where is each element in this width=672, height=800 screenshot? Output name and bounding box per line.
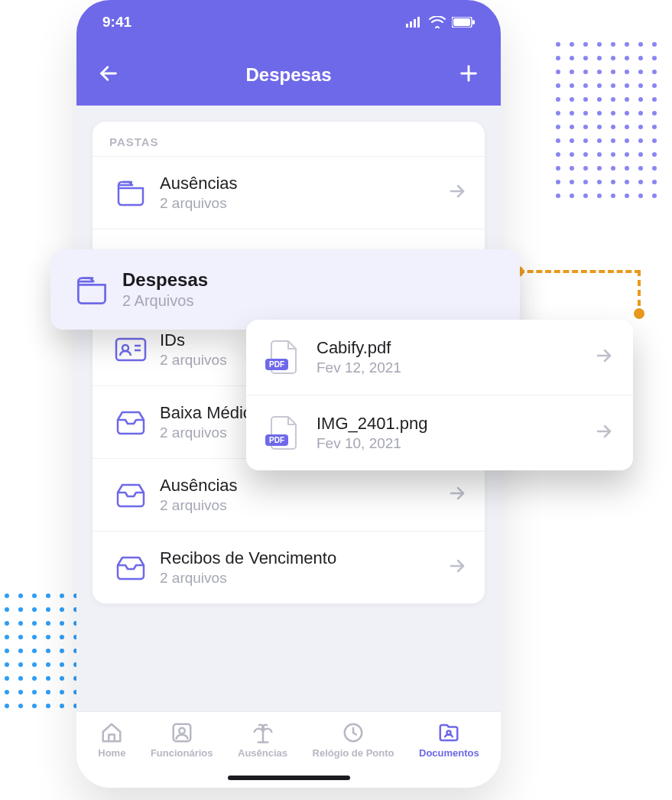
decorative-dots-purple xyxy=(556,42,657,198)
chevron-right-icon xyxy=(595,346,613,368)
svg-rect-0 xyxy=(406,24,408,28)
svg-rect-6 xyxy=(472,20,475,24)
file-row[interactable]: PDF Cabify.pdf Fev 12, 2021 xyxy=(246,320,633,395)
folder-row-recibos[interactable]: Recibos de Vencimento 2 arquivos xyxy=(93,531,485,603)
palm-icon xyxy=(252,721,274,744)
folder-row-ausencias[interactable]: Ausências 2 arquivos xyxy=(93,156,485,229)
tab-label: Ausências xyxy=(238,747,287,759)
folder-subtitle: 2 arquivos xyxy=(160,570,448,587)
page-title: Despesas xyxy=(245,64,331,86)
tab-ausencias[interactable]: Ausências xyxy=(238,721,287,759)
home-icon xyxy=(100,721,123,744)
inbox-icon xyxy=(115,482,147,508)
svg-rect-12 xyxy=(116,339,145,360)
clock-icon xyxy=(342,721,365,744)
pdf-badge: PDF xyxy=(265,359,288,370)
tab-funcionarios[interactable]: Funcionários xyxy=(151,721,213,759)
pdf-badge: PDF xyxy=(265,434,288,446)
decorative-dashed-connector xyxy=(518,270,648,316)
folder-name: Despesas xyxy=(122,269,498,291)
folder-subtitle: 2 arquivos xyxy=(160,497,448,514)
folder-name: Recibos de Vencimento xyxy=(160,548,448,568)
inbox-icon xyxy=(115,409,147,435)
pdf-file-icon: PDF xyxy=(270,340,299,375)
tab-home[interactable]: Home xyxy=(98,721,125,759)
pdf-file-icon: PDF xyxy=(270,415,299,450)
file-row[interactable]: PDF IMG_2401.png Fev 10, 2021 xyxy=(246,395,633,470)
svg-rect-2 xyxy=(414,19,416,28)
file-date: Fev 10, 2021 xyxy=(317,435,595,452)
folder-name: Ausências xyxy=(160,174,448,193)
decorative-dots-blue xyxy=(5,593,78,708)
files-panel: PDF Cabify.pdf Fev 12, 2021 PDF IMG_2401… xyxy=(246,320,633,470)
file-date: Fev 12, 2021 xyxy=(317,359,595,376)
signal-icon xyxy=(406,17,423,28)
folder-icon xyxy=(115,179,146,207)
battery-icon xyxy=(452,17,475,28)
tab-label: Funcionários xyxy=(151,747,213,759)
arrow-left-icon xyxy=(98,63,119,84)
status-bar: 9:41 xyxy=(76,0,501,44)
folder-subtitle: 2 arquivos xyxy=(160,195,448,212)
chevron-right-icon xyxy=(448,182,466,203)
folder-subtitle: 2 Arquivos xyxy=(122,292,498,310)
tab-documentos[interactable]: Documentos xyxy=(419,721,479,759)
tab-label: Home xyxy=(98,747,125,759)
folder-icon xyxy=(75,275,109,305)
file-name: Cabify.pdf xyxy=(317,338,595,358)
file-name: IMG_2401.png xyxy=(317,414,595,434)
home-indicator xyxy=(228,776,350,780)
svg-rect-3 xyxy=(417,17,420,28)
svg-rect-1 xyxy=(410,21,412,28)
id-card-icon xyxy=(115,337,147,362)
documents-icon xyxy=(437,721,460,744)
employees-icon xyxy=(170,721,193,744)
plus-icon xyxy=(458,63,479,84)
folder-name: Ausências xyxy=(160,476,448,496)
svg-point-21 xyxy=(179,728,185,734)
tab-label: Documentos xyxy=(419,747,479,759)
chevron-right-icon xyxy=(448,484,466,506)
back-button[interactable] xyxy=(98,63,119,87)
inbox-icon xyxy=(115,554,147,580)
folder-row-despesas-selected[interactable]: Despesas 2 Arquivos xyxy=(50,249,520,330)
status-time: 9:41 xyxy=(102,14,131,31)
chevron-right-icon xyxy=(595,422,613,444)
chevron-right-icon xyxy=(448,557,466,578)
wifi-icon xyxy=(429,16,446,28)
tab-label: Relógio de Ponto xyxy=(313,747,394,759)
add-button[interactable] xyxy=(458,63,479,87)
app-bar: Despesas xyxy=(76,44,501,106)
svg-rect-5 xyxy=(453,18,470,26)
section-label: PASTAS xyxy=(93,122,485,156)
tab-relogio[interactable]: Relógio de Ponto xyxy=(313,721,394,759)
